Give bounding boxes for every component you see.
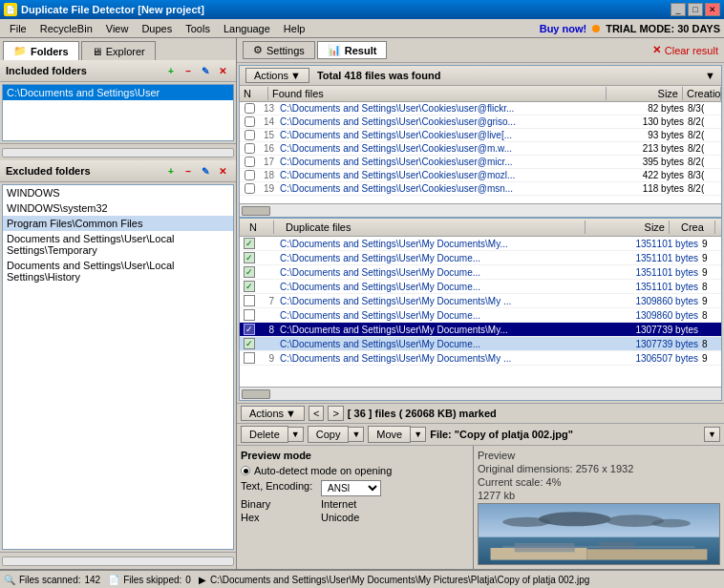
menu-view[interactable]: View — [100, 21, 135, 36]
found-file-checkbox-19[interactable] — [245, 183, 255, 194]
hex-label: Hex — [241, 512, 317, 523]
found-file-checkbox-15[interactable] — [245, 130, 255, 140]
dup-actions-button[interactable]: Actions ▼ — [241, 406, 305, 421]
dup-row-3[interactable]: ✓ C:\Documents and Settings\User\My Docu… — [240, 280, 721, 294]
dup-scroll-thumb[interactable] — [242, 389, 270, 399]
menu-tools[interactable]: Tools — [180, 21, 216, 36]
nav-next-button[interactable]: > — [328, 406, 343, 421]
menu-help[interactable]: Help — [278, 21, 311, 36]
clear-excluded-button[interactable]: ✕ — [215, 163, 230, 178]
file-dropdown-button[interactable]: ▼ — [704, 427, 720, 442]
found-file-row-15[interactable]: 15 C:\Documents and Settings\User\Cookie… — [240, 129, 721, 142]
dup-checkbox-1[interactable]: ✓ — [244, 252, 255, 263]
menu-recyclebin[interactable]: RecycleBin — [34, 21, 98, 36]
dup-row-4[interactable]: 7 C:\Documents and Settings\User\My Docu… — [240, 294, 721, 308]
close-button[interactable]: ✕ — [705, 3, 720, 16]
remove-included-button[interactable]: – — [181, 63, 196, 78]
right-tabs: ⚙ Settings 📊 Result — [243, 41, 387, 59]
found-file-checkbox-14[interactable] — [245, 116, 255, 127]
dup-hscroll[interactable] — [240, 387, 721, 400]
auto-detect-label: Auto-detect mode on opening — [254, 465, 392, 476]
tab-explorer[interactable]: 🖥 Explorer — [81, 41, 156, 60]
found-file-row-14[interactable]: 14 C:\Documents and Settings\User\Cookie… — [240, 116, 721, 129]
copy-group: Copy ▼ — [308, 426, 365, 443]
excluded-folder-windows[interactable]: WINDOWS — [3, 185, 233, 200]
found-file-row-17[interactable]: 17 C:\Documents and Settings\User\Cookie… — [240, 156, 721, 169]
svg-rect-10 — [599, 542, 635, 550]
found-files-dropdown[interactable]: ▼ — [705, 70, 715, 81]
dup-checkbox-2[interactable]: ✓ — [244, 266, 255, 278]
edit-excluded-button[interactable]: ✎ — [198, 163, 213, 178]
found-files-scroll-thumb[interactable] — [242, 206, 270, 216]
menu-bar: File RecycleBin View Dupes Tools Languag… — [0, 19, 724, 38]
dup-row-6[interactable]: ✓ 8 C:\Documents and Settings\User\My Do… — [240, 323, 721, 337]
dup-row-7[interactable]: ✓ C:\Documents and Settings\User\My Docu… — [240, 337, 721, 351]
excluded-scrollbar[interactable] — [2, 556, 234, 566]
included-folder-item[interactable]: C:\Documents and Settings\User — [3, 85, 233, 100]
move-dropdown-button[interactable]: ▼ — [411, 427, 426, 442]
clear-included-button[interactable]: ✕ — [215, 63, 230, 78]
buy-now-link[interactable]: Buy now! — [540, 23, 587, 34]
preview-dimensions: Original dimensions: 2576 x 1932 — [478, 463, 720, 474]
add-included-button[interactable]: + — [163, 63, 179, 78]
tab-folders[interactable]: 📁 Folders — [3, 41, 79, 60]
preview-size: 1277 kb — [478, 490, 720, 501]
status-file-path: C:\Documents and Settings\User\My Docume… — [210, 575, 589, 585]
dup-checkbox-5[interactable] — [244, 309, 255, 321]
col-n-header: N — [240, 87, 268, 100]
copy-button[interactable]: Copy — [308, 426, 350, 443]
encoding-select[interactable]: ANSI UTF-8 Unicode — [321, 480, 381, 496]
found-file-checkbox-16[interactable] — [245, 143, 255, 154]
dup-checkbox-7[interactable]: ✓ — [244, 338, 255, 349]
found-file-row-19[interactable]: 19 C:\Documents and Settings\User\Cookie… — [240, 182, 721, 196]
dup-checkbox-4[interactable] — [244, 295, 255, 306]
found-file-checkbox-17[interactable] — [245, 157, 255, 167]
delete-dropdown-button[interactable]: ▼ — [288, 427, 304, 442]
nav-prev-button[interactable]: < — [309, 406, 324, 421]
dup-row-0[interactable]: ✓ C:\Documents and Settings\User\My Docu… — [240, 237, 721, 251]
found-file-checkbox-13[interactable] — [245, 103, 255, 114]
dup-checkbox-0[interactable]: ✓ — [244, 238, 255, 249]
dup-checkbox-3[interactable]: ✓ — [244, 281, 255, 292]
delete-button[interactable]: Delete — [241, 426, 288, 443]
duplicates-scroll[interactable]: ✓ C:\Documents and Settings\User\My Docu… — [240, 237, 721, 387]
remove-excluded-button[interactable]: – — [181, 163, 196, 178]
included-scrollbar[interactable] — [2, 148, 234, 158]
add-excluded-button[interactable]: + — [163, 163, 179, 178]
copy-dropdown-button[interactable]: ▼ — [349, 427, 364, 442]
col-found-files-header: Found files — [268, 87, 607, 100]
menu-language[interactable]: Language — [218, 21, 276, 36]
menu-dupes[interactable]: Dupes — [136, 21, 178, 36]
right-panel: ⚙ Settings 📊 Result ✕ Clear result — [237, 38, 724, 569]
found-actions-button[interactable]: Actions ▼ — [245, 68, 309, 83]
svg-point-3 — [539, 512, 611, 526]
edit-included-button[interactable]: ✎ — [198, 63, 213, 78]
found-files-hscroll[interactable] — [240, 203, 721, 217]
found-file-checkbox-18[interactable] — [245, 170, 255, 180]
dup-row-2[interactable]: ✓ C:\Documents and Settings\User\My Docu… — [240, 265, 721, 280]
found-files-scroll[interactable]: 13 C:\Documents and Settings\User\Cookie… — [240, 102, 721, 203]
excluded-folder-commonfiles[interactable]: Program Files\Common Files — [3, 216, 233, 231]
dup-row-8[interactable]: 9 C:\Documents and Settings\User\My Docu… — [240, 351, 721, 366]
marked-info: [ 36 ] files ( 26068 KB) marked — [348, 408, 497, 419]
excluded-folder-temp[interactable]: Documents and Settings\User\Local Settin… — [3, 231, 233, 258]
dup-checkbox-6[interactable]: ✓ — [244, 324, 255, 335]
clear-x-icon: ✕ — [652, 44, 661, 56]
auto-detect-radio[interactable] — [241, 466, 250, 475]
move-button[interactable]: Move — [368, 426, 411, 443]
dup-row-1[interactable]: ✓ C:\Documents and Settings\User\My Docu… — [240, 251, 721, 265]
minimize-button[interactable]: _ — [671, 3, 686, 16]
maximize-button[interactable]: □ — [688, 3, 703, 16]
found-file-row-13[interactable]: 13 C:\Documents and Settings\User\Cookie… — [240, 102, 721, 116]
found-file-row-16[interactable]: 16 C:\Documents and Settings\User\Cookie… — [240, 142, 721, 156]
tab-result[interactable]: 📊 Result — [317, 41, 388, 59]
excluded-folder-history[interactable]: Documents and Settings\User\Local Settin… — [3, 258, 233, 284]
tab-settings[interactable]: ⚙ Settings — [243, 41, 315, 59]
actions-bar: Actions ▼ < > [ 36 ] files ( 26068 KB) m… — [237, 403, 724, 423]
clear-result-button[interactable]: ✕ Clear result — [652, 44, 718, 56]
dup-row-5[interactable]: C:\Documents and Settings\User\My Docume… — [240, 308, 721, 323]
dup-checkbox-8[interactable] — [244, 352, 255, 364]
found-file-row-18[interactable]: 18 C:\Documents and Settings\User\Cookie… — [240, 169, 721, 182]
menu-file[interactable]: File — [4, 21, 32, 36]
excluded-folder-system32[interactable]: WINDOWS\system32 — [3, 200, 233, 216]
